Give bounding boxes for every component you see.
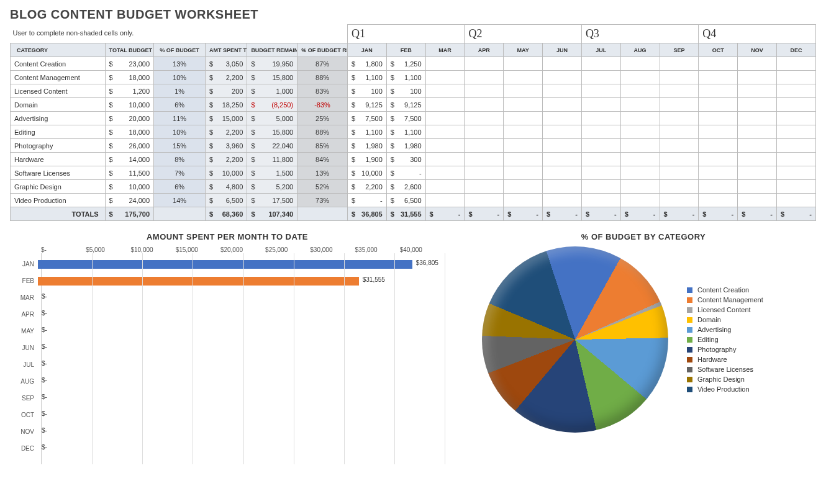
cell[interactable] [660,166,699,180]
cell[interactable] [504,98,543,112]
cell[interactable]: $9,125 [386,98,425,112]
cell-category[interactable]: Software Licenses [11,166,106,180]
cell[interactable] [581,125,620,139]
cell[interactable]: $1,250 [386,57,425,71]
cell[interactable] [738,98,777,112]
cell[interactable] [581,180,620,194]
cell[interactable]: $7,500 [347,112,386,125]
cell[interactable] [699,84,738,98]
cell[interactable] [776,71,815,84]
cell[interactable]: $1,100 [347,71,386,84]
cell[interactable] [620,57,660,71]
cell[interactable] [776,166,815,180]
cell[interactable] [620,98,660,112]
cell[interactable] [660,180,699,194]
cell[interactable] [776,139,815,153]
cell[interactable] [425,98,465,112]
cell[interactable] [504,125,543,139]
cell[interactable] [776,98,815,112]
cell[interactable] [543,166,582,180]
cell[interactable] [543,194,582,207]
cell[interactable] [738,153,777,166]
cell[interactable] [581,139,620,153]
cell[interactable] [581,57,620,71]
cell[interactable] [620,71,660,84]
cell[interactable] [504,180,543,194]
cell[interactable] [738,71,777,84]
cell[interactable]: $1,980 [347,139,386,153]
cell[interactable] [465,194,504,207]
cell[interactable] [465,125,504,139]
cell[interactable] [620,84,660,98]
cell[interactable] [699,125,738,139]
cell[interactable] [738,84,777,98]
cell[interactable]: $1,980 [386,139,425,153]
cell[interactable] [699,98,738,112]
cell[interactable] [504,57,543,71]
cell[interactable]: $1,900 [347,153,386,166]
cell[interactable]: $18,000 [105,125,154,139]
cell[interactable] [660,71,699,84]
cell[interactable] [699,139,738,153]
cell[interactable]: $14,000 [105,153,154,166]
cell[interactable] [581,166,620,180]
cell[interactable]: $20,000 [105,112,154,125]
cell[interactable]: $- [347,194,386,207]
cell[interactable] [465,84,504,98]
cell[interactable] [543,71,582,84]
cell[interactable] [699,153,738,166]
cell-category[interactable]: Domain [11,98,106,112]
cell[interactable] [465,153,504,166]
cell[interactable] [425,112,465,125]
cell[interactable]: $1,100 [386,125,425,139]
cell[interactable]: $10,000 [105,180,154,194]
cell[interactable] [425,71,465,84]
cell[interactable] [465,180,504,194]
cell[interactable] [660,57,699,71]
cell[interactable] [504,112,543,125]
cell[interactable] [699,57,738,71]
cell[interactable] [660,84,699,98]
cell[interactable] [581,112,620,125]
cell[interactable]: $9,125 [347,98,386,112]
cell[interactable] [465,139,504,153]
cell[interactable] [620,112,660,125]
cell[interactable]: $1,800 [347,57,386,71]
cell[interactable] [660,194,699,207]
cell[interactable] [425,139,465,153]
cell[interactable] [699,194,738,207]
cell[interactable] [776,112,815,125]
cell[interactable] [581,194,620,207]
cell[interactable] [660,153,699,166]
cell-category[interactable]: Graphic Design [11,180,106,194]
cell[interactable] [504,71,543,84]
cell[interactable]: $23,000 [105,57,154,71]
cell[interactable] [504,139,543,153]
cell[interactable] [504,166,543,180]
cell[interactable] [543,57,582,71]
cell-category[interactable]: Editing [11,125,106,139]
cell[interactable] [581,98,620,112]
cell[interactable]: $7,500 [386,112,425,125]
cell[interactable] [620,153,660,166]
cell[interactable]: $1,100 [347,125,386,139]
cell[interactable]: $11,500 [105,166,154,180]
cell[interactable] [776,194,815,207]
cell[interactable] [776,153,815,166]
cell[interactable] [543,98,582,112]
cell[interactable] [699,166,738,180]
cell[interactable] [425,153,465,166]
cell[interactable] [738,139,777,153]
cell[interactable] [738,112,777,125]
cell[interactable] [543,112,582,125]
cell[interactable] [581,71,620,84]
cell[interactable] [699,71,738,84]
cell[interactable] [465,166,504,180]
cell[interactable] [776,125,815,139]
cell-category[interactable]: Photography [11,139,106,153]
cell-category[interactable]: Content Management [11,71,106,84]
cell-category[interactable]: Advertising [11,112,106,125]
cell[interactable] [738,180,777,194]
cell[interactable] [699,180,738,194]
cell[interactable] [738,125,777,139]
